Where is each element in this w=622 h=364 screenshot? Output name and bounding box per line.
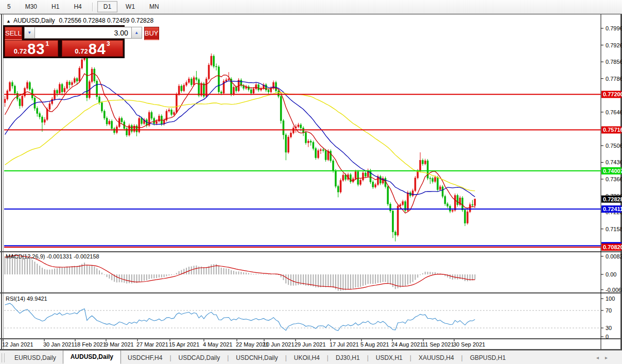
svg-text:0.74360: 0.74360 bbox=[606, 159, 622, 165]
chart-header: ▲AUDUSD,Daily0.72556 0.72848 0.72459 0.7… bbox=[6, 17, 153, 24]
sell-price-prefix: 0.72 bbox=[14, 47, 27, 56]
svg-text:15 Apr 2021: 15 Apr 2021 bbox=[169, 341, 199, 348]
ma-slow-line bbox=[5, 93, 475, 191]
tab-gbpusd-h1[interactable]: GBPUSD,H1 bbox=[463, 352, 512, 363]
timeframe-toolbar: 5M30H1H4D1W1MN bbox=[0, 0, 622, 14]
svg-text:0.73660: 0.73660 bbox=[606, 176, 622, 182]
svg-text:18 Feb 2021: 18 Feb 2021 bbox=[74, 341, 106, 348]
svg-text:9 Mar 2021: 9 Mar 2021 bbox=[105, 341, 134, 348]
svg-text:17 Jul 2021: 17 Jul 2021 bbox=[330, 341, 359, 348]
date-axis[interactable]: 12 Jan 202130 Jan 202118 Feb 20219 Mar 2… bbox=[2, 339, 485, 348]
sell-button[interactable]: SELL bbox=[5, 27, 22, 40]
macd-layer bbox=[5, 254, 476, 291]
buy-price-sup: 3 bbox=[107, 41, 110, 47]
svg-text:0: 0 bbox=[606, 334, 609, 340]
svg-text:30 Jan 2021: 30 Jan 2021 bbox=[43, 341, 75, 348]
chart-ohlc-values: 0.72556 0.72848 0.72459 0.72828 bbox=[59, 17, 154, 24]
sell-price[interactable]: 0.72 83 1 bbox=[5, 40, 58, 57]
svg-text:0.008253: 0.008253 bbox=[606, 253, 622, 259]
svg-text:27 Mar 2021: 27 Mar 2021 bbox=[136, 341, 168, 348]
horizontal-lines-layer bbox=[4, 94, 601, 247]
svg-text:-0.006983: -0.006983 bbox=[606, 287, 622, 293]
volume-stepper: ▼ ▲ bbox=[24, 27, 142, 39]
svg-text:0.79960: 0.79960 bbox=[606, 25, 622, 31]
svg-text:24 Aug 2021: 24 Aug 2021 bbox=[391, 341, 423, 348]
rsi-name: RSI(14) bbox=[6, 296, 25, 302]
ma-mid-line bbox=[5, 81, 475, 197]
svg-text:0.72411: 0.72411 bbox=[603, 206, 622, 212]
svg-text:0.75716: 0.75716 bbox=[603, 127, 622, 133]
svg-text:30 Sep 2021: 30 Sep 2021 bbox=[453, 341, 485, 348]
tab-usdx-h1[interactable]: USDX,H1 bbox=[369, 352, 409, 363]
chart-tabs-bar: EURUSD,DailyAUDUSD,DailyUSDCHF,H4|USDCAD… bbox=[0, 350, 622, 364]
svg-text:11 Sep 2021: 11 Sep 2021 bbox=[422, 341, 454, 348]
svg-text:0.74007: 0.74007 bbox=[603, 168, 622, 174]
svg-text:0.75060: 0.75060 bbox=[606, 143, 622, 149]
tabs-scroll-arrows[interactable]: ◂▸ bbox=[596, 355, 614, 360]
rsi-layer bbox=[5, 303, 475, 331]
svg-text:0.71580: 0.71580 bbox=[606, 226, 622, 232]
rsi-level-lines bbox=[4, 310, 601, 328]
one-click-trading-panel: SELL ▼ ▲ BUY 0.72 83 1 0.72 84 3 bbox=[3, 25, 125, 58]
svg-text:0.77200: 0.77200 bbox=[603, 91, 622, 97]
mt4-window: 5M30H1H4D1W1MN 12 Jan 202130 Jan 202118 … bbox=[0, 0, 622, 364]
tab-eurusd-daily[interactable]: EURUSD,Daily bbox=[8, 352, 63, 363]
svg-text:0.76460: 0.76460 bbox=[606, 109, 622, 115]
tab-audusd-daily[interactable]: AUDUSD,Daily bbox=[63, 350, 121, 364]
timeframe-button-5[interactable]: 5 bbox=[1, 1, 17, 12]
svg-text:30: 30 bbox=[606, 325, 612, 331]
timeframe-button-h4[interactable]: H4 bbox=[67, 1, 88, 12]
timeframe-button-w1[interactable]: W1 bbox=[119, 1, 141, 12]
sell-price-big: 83 bbox=[27, 42, 45, 56]
svg-text:0.79260: 0.79260 bbox=[606, 42, 622, 48]
window-frame bbox=[0, 13, 622, 350]
tabbar-left-notch bbox=[2, 353, 5, 362]
svg-text:70: 70 bbox=[606, 307, 612, 314]
tab-dj30-h1[interactable]: DJ30,H1 bbox=[329, 352, 367, 363]
svg-text:10 Jun 2021: 10 Jun 2021 bbox=[263, 341, 295, 348]
timeframe-button-h1[interactable]: H1 bbox=[45, 1, 65, 12]
svg-text:29 Jun 2021: 29 Jun 2021 bbox=[295, 341, 326, 348]
volume-decrease-icon[interactable]: ▼ bbox=[24, 27, 35, 39]
svg-text:4 May 2021: 4 May 2021 bbox=[203, 341, 232, 348]
sell-price-sup: 1 bbox=[45, 41, 49, 47]
macd-values: -0.001331 -0.002158 bbox=[46, 253, 99, 259]
svg-text:0.77860: 0.77860 bbox=[606, 76, 622, 82]
timeframe-button-d1[interactable]: D1 bbox=[97, 1, 117, 12]
svg-text:100: 100 bbox=[606, 296, 615, 302]
buy-price-prefix: 0.72 bbox=[75, 47, 88, 56]
rsi-indicator-label: RSI(14) 49.9421 bbox=[6, 296, 47, 302]
tab-usdchf-h4[interactable]: USDCHF,H4 bbox=[121, 352, 169, 363]
tab-usdcnh-daily[interactable]: USDCNH,Daily bbox=[229, 352, 284, 363]
rsi-value: 49.9421 bbox=[27, 296, 47, 302]
chart-title: AUDUSD,Daily bbox=[13, 17, 55, 24]
svg-text:0.78560: 0.78560 bbox=[606, 59, 622, 65]
tab-ukoil-h4[interactable]: UKOil,H4 bbox=[287, 352, 326, 363]
svg-text:12 Jan 2021: 12 Jan 2021 bbox=[2, 341, 33, 348]
toolbar-separator bbox=[92, 3, 93, 11]
macd-signal-line bbox=[5, 255, 475, 289]
buy-price[interactable]: 0.72 84 3 bbox=[62, 40, 123, 57]
timeframe-button-mn[interactable]: MN bbox=[143, 1, 165, 12]
volume-increase-icon[interactable]: ▲ bbox=[131, 27, 142, 39]
macd-indicator-label: MACD(12,26,9) -0.001331 -0.002158 bbox=[6, 253, 99, 259]
current-price-label: 0.72828 bbox=[601, 196, 622, 203]
macd-name: MACD(12,26,9) bbox=[6, 253, 45, 259]
buy-price-big: 84 bbox=[89, 42, 106, 56]
buy-button[interactable]: BUY bbox=[144, 27, 159, 40]
volume-input[interactable] bbox=[35, 27, 131, 39]
svg-text:0.00: 0.00 bbox=[606, 271, 616, 278]
svg-text:0.70820: 0.70820 bbox=[603, 244, 622, 250]
timeframe-button-m30[interactable]: M30 bbox=[19, 1, 43, 12]
tab-usdcad-daily[interactable]: USDCAD,Daily bbox=[172, 352, 227, 363]
tab-xauusd-h4[interactable]: XAUUSD,H4 bbox=[412, 352, 461, 363]
svg-text:0.72828: 0.72828 bbox=[603, 196, 622, 202]
one-click-collapse-icon[interactable]: ▲ bbox=[6, 19, 11, 24]
svg-text:5 Aug 2021: 5 Aug 2021 bbox=[360, 341, 389, 348]
rsi-line bbox=[5, 303, 475, 331]
